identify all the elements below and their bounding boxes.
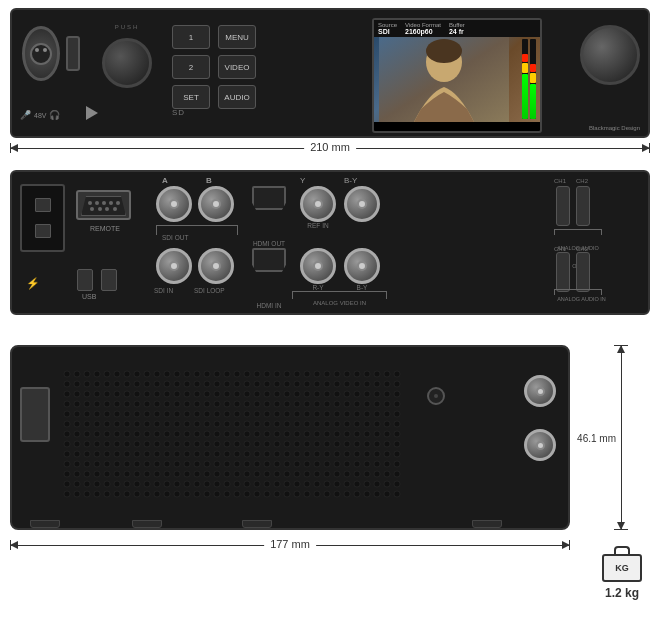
button-row-3: SET AUDIO xyxy=(172,85,352,109)
depth-arrow-left xyxy=(10,541,18,549)
audio-jack-ch2-in xyxy=(576,252,590,292)
thunderbolt-icon: ⚡ xyxy=(26,277,40,289)
db9-pin-row-1 xyxy=(82,199,125,207)
vu-yellow-2 xyxy=(530,73,536,83)
bnc-center xyxy=(313,199,323,209)
power-prong-top xyxy=(35,198,51,212)
analog-video-in-label: ANALOG VIDEO IN xyxy=(292,291,387,309)
rear-panel-view: ⚡ USB xyxy=(10,170,650,315)
bnc-body xyxy=(344,248,380,284)
hdmi-in-body xyxy=(252,248,286,272)
weight-section: KG 1.2 kg xyxy=(602,546,642,600)
power-prong-bottom xyxy=(35,224,51,238)
headphone-jack xyxy=(66,36,80,71)
audio-button[interactable]: AUDIO xyxy=(218,85,256,109)
sdi-out-label: SDI OUT xyxy=(162,234,188,241)
front-left-connectors: 🎤 48V 🎧 xyxy=(18,18,98,128)
xlr-inner xyxy=(30,43,52,65)
db9-remote: REMOTE xyxy=(76,190,134,235)
brand-logo: Blackmagic Design xyxy=(589,125,640,131)
r-y-label: R-Y xyxy=(312,284,323,291)
xlr-connector xyxy=(22,26,60,81)
display-video-content xyxy=(374,37,540,122)
side-left-port xyxy=(20,387,50,442)
bnc-b-y xyxy=(344,186,380,222)
large-control-knob[interactable] xyxy=(580,25,640,85)
side-panel-view xyxy=(10,345,570,530)
bnc-sdi-in xyxy=(156,248,192,284)
bnc-r-y: R-Y xyxy=(300,248,336,284)
menu-button[interactable]: MENU xyxy=(218,25,256,49)
remote-label: REMOTE xyxy=(76,225,134,232)
ch1-out-label: CH1 xyxy=(554,178,566,184)
bnc-body xyxy=(198,248,234,284)
button-row-2: 2 VIDEO xyxy=(172,55,352,79)
button-2[interactable]: 2 xyxy=(172,55,210,79)
bnc-body xyxy=(344,186,380,222)
audio-jack-ch1-out xyxy=(556,186,570,226)
weight-value: 1.2 kg xyxy=(602,586,642,600)
button-1[interactable]: 1 xyxy=(172,25,210,49)
pin xyxy=(88,201,92,205)
mounting-point xyxy=(427,387,445,405)
tick-right xyxy=(649,143,650,153)
y-col-label: Y xyxy=(300,176,305,185)
bnc-center xyxy=(357,261,367,271)
push-knob-section: PUSH xyxy=(102,22,157,77)
rear-connectors-area: A B SDI OUT xyxy=(152,172,558,317)
bnc-body xyxy=(156,248,192,284)
hdmi-port-body xyxy=(252,186,286,210)
ref-in-label: REF IN xyxy=(307,222,328,229)
bnc-center xyxy=(211,199,221,209)
mounting-center xyxy=(434,394,438,398)
foot-left xyxy=(30,520,60,528)
buffer-value: 24 fr xyxy=(449,28,465,35)
bnc-center xyxy=(169,199,179,209)
weight-icon-container: KG xyxy=(602,546,642,582)
usb-port-2 xyxy=(101,269,117,291)
by-col-label: B-Y xyxy=(344,176,357,185)
volume-indicator xyxy=(86,106,98,120)
bnc-center xyxy=(169,261,179,271)
pin xyxy=(90,207,94,211)
source-value: SDI xyxy=(378,28,397,35)
audio-out-bracket xyxy=(554,229,602,235)
pin xyxy=(109,201,113,205)
sd-label: SD xyxy=(172,108,185,117)
pin xyxy=(105,207,109,211)
bnc-center xyxy=(357,199,367,209)
hdmi-in-label: HDMI IN xyxy=(252,302,286,309)
svg-rect-4 xyxy=(62,369,402,499)
power-inlet xyxy=(20,184,65,252)
svg-point-2 xyxy=(426,39,462,63)
push-knob[interactable] xyxy=(102,38,152,88)
bnc-b-y-bottom: B-Y xyxy=(344,248,380,284)
front-panel-view: 🎤 48V 🎧 PUSH 1 MENU 2 VIDEO SET A xyxy=(10,8,650,138)
col-b-label: B xyxy=(206,176,212,185)
depth-label: 177 mm xyxy=(264,538,316,550)
thunderbolt-section: ⚡ xyxy=(26,273,40,291)
format-value: 2160p60 xyxy=(405,28,441,35)
weight-bag-body: KG xyxy=(602,554,642,582)
video-button[interactable]: VIDEO xyxy=(218,55,256,79)
video-preview xyxy=(374,37,540,122)
hdmi-out-port: HDMI OUT xyxy=(252,186,286,247)
weight-bag-handle xyxy=(614,546,630,554)
button-row-1: 1 MENU xyxy=(172,25,352,49)
vu-bar-left xyxy=(522,39,528,119)
side-bnc-connector-2 xyxy=(524,429,556,461)
sdi-in-label: SDI IN xyxy=(154,287,173,294)
foot-far-right xyxy=(472,520,502,528)
foot-right xyxy=(242,520,272,528)
height-tick-top xyxy=(614,345,628,346)
height-tick-bottom xyxy=(614,529,628,530)
set-button[interactable]: SET xyxy=(172,85,210,109)
hdmi-out-label: HDMI OUT xyxy=(252,240,286,247)
vu-red-2 xyxy=(530,64,536,72)
audio-in-label: ANALOG AUDIO IN xyxy=(554,287,609,305)
arrow-left xyxy=(10,144,18,152)
sdi-loop-label: SDI LOOP xyxy=(194,287,225,294)
vu-yellow xyxy=(522,63,528,73)
control-buttons: 1 MENU 2 VIDEO SET AUDIO SD xyxy=(172,25,352,125)
ch2-in-label: CH2 xyxy=(576,246,588,252)
